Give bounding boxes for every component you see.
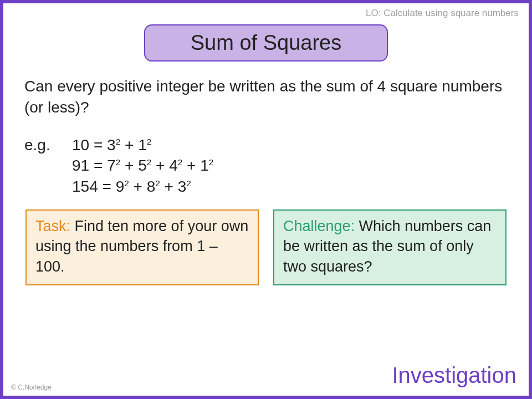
task-title: Task: xyxy=(35,218,70,234)
content-area: Can every positive integer be written as… xyxy=(16,76,516,285)
footer-category: Investigation xyxy=(392,363,516,388)
learning-objective: LO: Calculate using square numbers xyxy=(366,8,519,19)
example-label xyxy=(24,176,72,197)
examples-block: e.g.10 = 32 + 1291 = 72 + 52 + 42 + 1215… xyxy=(24,135,508,197)
title-box: Sum of Squares xyxy=(144,24,388,62)
challenge-box: Challenge: Which numbers can be written … xyxy=(273,209,507,285)
example-row: e.g.10 = 32 + 12 xyxy=(24,135,508,156)
task-challenge-row: Task: Find ten more of your own using th… xyxy=(24,209,508,285)
example-expression: 10 = 32 + 12 xyxy=(72,135,151,156)
example-expression: 154 = 92 + 82 + 32 xyxy=(72,176,191,197)
example-label xyxy=(24,155,72,176)
main-question: Can every positive integer be written as… xyxy=(24,76,508,118)
challenge-title: Challenge: xyxy=(283,218,355,234)
page-title: Sum of Squares xyxy=(152,31,380,55)
example-label: e.g. xyxy=(24,135,72,156)
worksheet-frame: LO: Calculate using square numbers Sum o… xyxy=(0,0,532,399)
task-box: Task: Find ten more of your own using th… xyxy=(25,209,259,285)
example-expression: 91 = 72 + 52 + 42 + 12 xyxy=(72,155,213,176)
example-row: 154 = 92 + 82 + 32 xyxy=(24,176,508,197)
example-row: 91 = 72 + 52 + 42 + 12 xyxy=(24,155,508,176)
copyright: © C.Norledge xyxy=(11,383,52,391)
